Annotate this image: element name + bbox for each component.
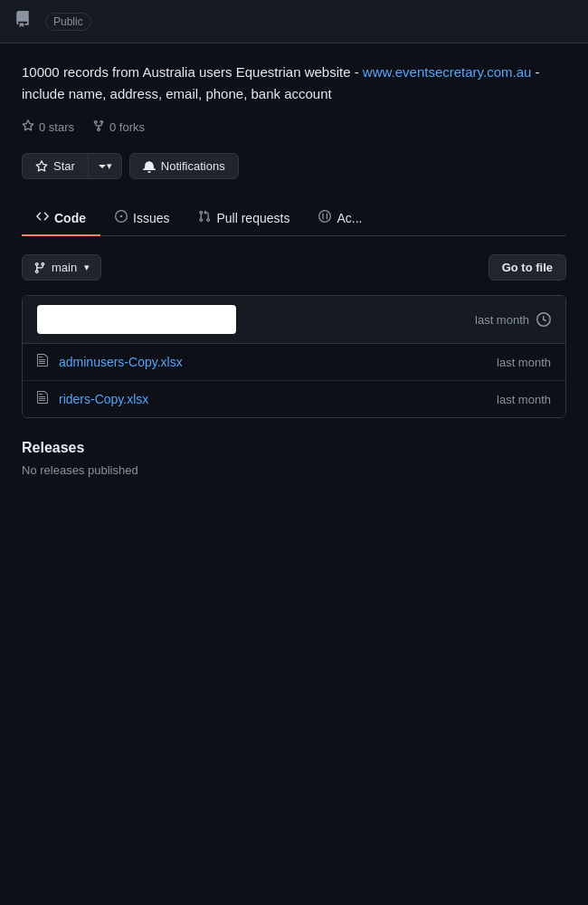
public-badge: Public: [45, 13, 91, 31]
tab-pull-requests-label: Pull requests: [216, 211, 289, 225]
file-icon: [37, 390, 50, 408]
notifications-label: Notifications: [161, 159, 225, 173]
star-button[interactable]: Star: [22, 153, 88, 179]
fork-icon: [92, 119, 105, 135]
go-to-file-button[interactable]: Go to file: [488, 254, 566, 281]
file-name-1[interactable]: adminusers-Copy.xlsx: [59, 355, 497, 369]
file-name-2[interactable]: riders-Copy.xlsx: [59, 392, 497, 406]
star-button-group: Star ▾: [22, 153, 122, 179]
file-icon: [37, 353, 50, 371]
star-icon: [22, 119, 34, 135]
commit-preview-blurred: [37, 305, 236, 334]
actions-icon: [318, 210, 331, 225]
tab-pull-requests[interactable]: Pull requests: [184, 201, 304, 236]
tab-issues[interactable]: Issues: [100, 201, 184, 236]
tab-code-label: Code: [54, 211, 86, 225]
star-dropdown-button[interactable]: ▾: [88, 153, 122, 179]
file-table-header: last month: [23, 296, 565, 344]
notifications-button[interactable]: Notifications: [129, 153, 239, 179]
tabs-container: Code Issues Pull requests: [22, 201, 566, 236]
releases-title: Releases: [22, 440, 566, 456]
pull-requests-icon: [198, 210, 211, 225]
tab-code[interactable]: Code: [22, 201, 100, 236]
top-bar: Public: [0, 0, 588, 43]
tab-actions[interactable]: Ac...: [304, 201, 376, 236]
repo-description: 10000 records from Australia users Eques…: [22, 62, 566, 105]
no-releases-text: No releases published: [22, 463, 566, 477]
branch-name: main: [52, 261, 77, 274]
branch-section: main ▾ Go to file: [22, 254, 566, 281]
commit-time: last month: [475, 312, 551, 327]
file-time-2: last month: [497, 393, 551, 406]
stars-stat[interactable]: 0 stars: [22, 119, 74, 135]
code-icon: [36, 210, 49, 225]
repo-icon: [14, 11, 31, 32]
tab-actions-label: Ac...: [337, 211, 362, 225]
forks-count: 0 forks: [109, 120, 145, 134]
branch-button[interactable]: main ▾: [22, 254, 101, 281]
issues-icon: [115, 210, 128, 225]
tab-issues-label: Issues: [133, 211, 169, 225]
action-buttons: Star ▾ Notifications: [22, 153, 566, 179]
commit-time-label: last month: [475, 313, 529, 327]
repo-link[interactable]: www.eventsecretary.com.au: [363, 64, 531, 80]
releases-section: Releases No releases published: [22, 440, 566, 477]
forks-stat[interactable]: 0 forks: [92, 119, 145, 135]
main-content: 10000 records from Australia users Eques…: [0, 43, 588, 495]
star-label: Star: [53, 159, 75, 173]
repo-stats: 0 stars 0 forks: [22, 119, 566, 135]
file-table: last month adminusers-Copy.xlsx last mon…: [22, 295, 566, 418]
stars-count: 0 stars: [39, 120, 74, 134]
file-time-1: last month: [497, 356, 551, 369]
file-row[interactable]: adminusers-Copy.xlsx last month: [23, 344, 565, 381]
file-row[interactable]: riders-Copy.xlsx last month: [23, 381, 565, 417]
